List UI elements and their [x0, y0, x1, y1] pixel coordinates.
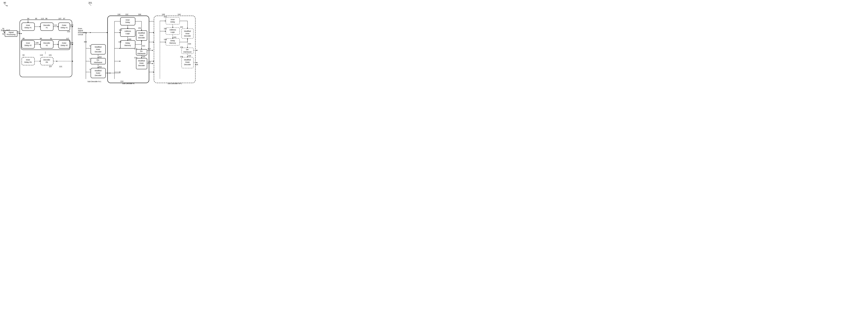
address-logic-n1-text1: Address [169, 29, 176, 31]
decoder-2-text2: #2 [46, 44, 48, 47]
inner-delay-2-text2: Delay #2 [25, 44, 32, 47]
label-320: 320 [173, 36, 176, 38]
from-signal-label2: Signal [78, 30, 83, 32]
from-signal-label1: From [78, 28, 82, 30]
inner-delay-1-text1: Inner [26, 24, 30, 26]
label-152: 152 [164, 28, 167, 30]
inner-delay-n-text2: Delay #N [24, 61, 32, 63]
sub-n-label: Sub Decoder N [122, 83, 134, 85]
svg-line-0 [6, 5, 7, 6]
deinterleaver-n-text2: interleaver [137, 53, 146, 55]
deinterleaver-n-text1: De- [140, 50, 143, 52]
label-151: 151 [138, 27, 141, 29]
label-104: 104 [178, 13, 181, 16]
label-103: 103 [70, 24, 73, 26]
label-111-r1: 111 [54, 24, 57, 26]
label-128: 128 [164, 38, 167, 40]
outer-delay-2-text1: Outer [62, 42, 66, 44]
mod-inner-dec-n-text2: Inner [140, 34, 144, 36]
label-93b: 93 [23, 54, 25, 56]
label-132: 132 [180, 46, 183, 48]
mod-inner-dec-n1-text3: Decoder [95, 51, 101, 53]
signal-processing-text2: Processing [7, 34, 16, 35]
label-97: 97 [63, 18, 65, 20]
label-92: 92 [2, 33, 4, 35]
label-300: 300 [84, 41, 87, 43]
label-116: 116 [119, 29, 122, 31]
label-312: 312 [142, 45, 145, 47]
delay-memory-n1-text1: Delay [170, 40, 175, 42]
from-signal-label4: Circuit [78, 34, 83, 35]
label-328: 328 [195, 64, 198, 65]
label-326: 326 [188, 55, 191, 57]
sub-n1-label: Sub Decoder N+1 [167, 83, 182, 85]
mod-outer-dec-n-text1: Modified [138, 60, 145, 62]
label-109: 109 [35, 42, 38, 44]
label-102: 102 [125, 13, 128, 16]
label-99: 99 [40, 37, 42, 39]
label-222: 222 [164, 16, 167, 18]
label-115: 115 [67, 31, 70, 33]
label-201: 201 [88, 2, 92, 4]
deinterleaver-n1-text1: De- [97, 59, 100, 61]
label-124: 124 [134, 57, 137, 59]
label-122: 122 [134, 48, 137, 50]
address-logic-n1-text2: Logic [170, 31, 175, 33]
address-logic-n-text2: Logic [126, 33, 130, 34]
label-134: 134 [180, 56, 183, 58]
inner-delay-1-text2: Delay #1 [25, 27, 32, 29]
mod-outer-dec-n1-text1: Modified [95, 70, 101, 72]
deinterleaver-n1-2-text2: interleaver [183, 51, 192, 53]
label-119: 119 [40, 54, 43, 56]
dots-left: ⋮ [44, 51, 47, 54]
inner-delay-2-text1: Inner [26, 42, 30, 44]
outer-delay-1-text1: Outer [62, 24, 66, 26]
svg-line-2 [4, 32, 5, 33]
mod-outer-dec-n1-text3: Decoder [95, 74, 101, 77]
label-107b: 107 [49, 65, 52, 67]
label-91b: 91 [50, 37, 52, 39]
diagram-container: 90 From ANT 91 92 Signal Processing 93 9… [0, 0, 217, 85]
inner-delay-n-text1: Inner [126, 19, 130, 21]
mod-inner-dec-n1-2-text3: Decoder [184, 35, 191, 37]
label-95: 95 [35, 18, 37, 20]
label-98: 98 [23, 37, 25, 39]
label-118: 118 [118, 41, 121, 43]
signal-processing-text1: Signal [8, 31, 13, 33]
outer-delay-1-text2: Delay #1 [61, 27, 68, 29]
mod-outer-dec-n1-text2: Outer [96, 72, 100, 74]
delay-memory-n-text2: Memory [125, 44, 131, 47]
label-113: 113 [41, 18, 44, 20]
mod-inner-dec-n1-text2: Inner [96, 48, 100, 50]
label-324: 324 [188, 43, 191, 45]
mod-outer-dec-n1-2-text3: Decoder [184, 64, 191, 65]
label-96: 96 [45, 18, 48, 20]
mod-outer-dec-n1-2-text2: Outer [185, 61, 190, 63]
label-94: 94 [27, 18, 29, 20]
label-304: 304 [99, 66, 102, 68]
label-93-left: 93 [18, 31, 19, 33]
mod-inner-dec-n-text1: Modified [138, 32, 145, 34]
delay-memory-n-text1: Delay [125, 42, 130, 44]
label-107: 107 [58, 18, 61, 20]
label-90: 90 [4, 2, 6, 4]
label-108: 108 [162, 13, 165, 16]
label-117: 117 [66, 37, 69, 39]
decoder-2-text1: Decoder [43, 42, 50, 44]
label-105: 105 [70, 42, 73, 44]
decoder-1-text1: Decoder [43, 24, 50, 26]
label-210: 210 [120, 80, 123, 82]
mod-inner-dec-n1-2-text1: Modified [184, 30, 191, 32]
sub-n-minus1-label: Sub Decoder N-1 [87, 81, 101, 83]
label-306: 306 [138, 13, 141, 16]
inner-delay-n1-text1: Inner [171, 19, 175, 21]
label-302: 302 [99, 56, 102, 58]
label-106: 106 [118, 13, 120, 16]
label-101: 101 [49, 54, 52, 56]
deinterleaver-n1-text2: interleaver [94, 61, 102, 63]
label-314: 314 [148, 48, 151, 50]
mod-outer-dec-n-text3: Decoder [138, 65, 145, 66]
outer-delay-2-text2: Delay #2 [61, 44, 68, 47]
decoder-n-text2: #N [45, 61, 48, 63]
inner-delay-n-text1: Inner [26, 59, 30, 61]
